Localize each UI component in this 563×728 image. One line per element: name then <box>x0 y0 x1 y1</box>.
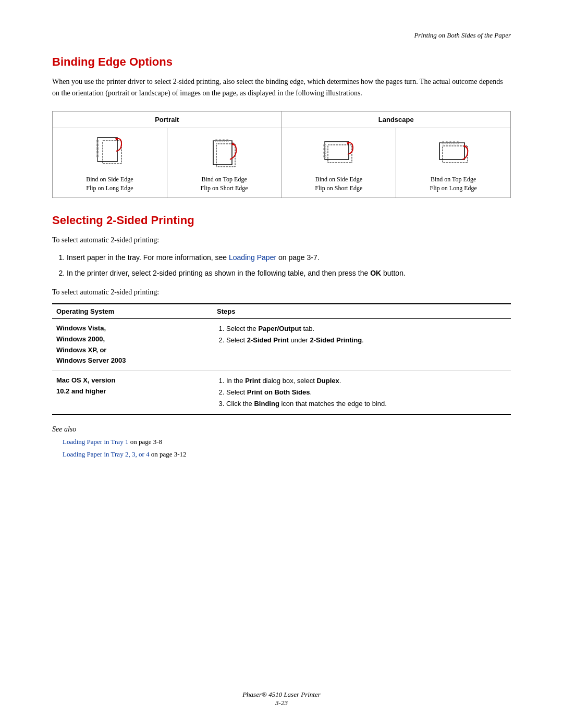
see-also-section: See also Loading Paper in Tray 1 on page… <box>52 425 511 460</box>
step1-suffix: on page 3-7. <box>276 253 320 262</box>
see-also-link1: Loading Paper in Tray 1 on page 3-8 <box>63 436 511 448</box>
svg-rect-7 <box>103 141 121 164</box>
footer-line2: 3-23 <box>275 699 288 707</box>
binding-cell-portrait-top: Bind on Top Edge Flip on Short Edge <box>167 128 282 198</box>
link1-suffix: on page 3-8 <box>128 438 162 446</box>
binding-label-landscape-top: Bind on Top Edge Flip on Long Edge <box>400 175 506 193</box>
binding-cell-portrait-side: Bind on Side Edge Flip on Long Edge <box>53 128 167 198</box>
step2-suffix: button. <box>381 269 406 277</box>
svg-rect-0 <box>97 138 117 162</box>
section2-outro: To select automatic 2-sided printing: <box>52 287 511 298</box>
col-os-header: Operating System <box>52 304 213 319</box>
svg-rect-25 <box>439 143 464 159</box>
win-step2: Select 2-Sided Print under 2-Sided Print… <box>226 335 507 346</box>
header-text: Printing on Both Sides of the Paper <box>414 31 511 39</box>
binding-label-landscape-side: Bind on Side Edge Flip on Short Edge <box>286 175 392 193</box>
step1-item: Insert paper in the tray. For more infor… <box>67 252 511 263</box>
portrait-header: Portrait <box>53 111 282 128</box>
win-step1: Select the Paper/Output tab. <box>226 323 507 335</box>
binding-icon-landscape-top <box>435 133 472 172</box>
os-table-header-row: Operating System Steps <box>52 304 511 319</box>
link-tray1[interactable]: Loading Paper in Tray 1 <box>63 438 128 446</box>
landscape-header: Landscape <box>282 111 511 128</box>
step2-ok: OK <box>370 269 381 277</box>
binding-cell-landscape-side: Bind on Side Edge Flip on Short Edge <box>282 128 396 198</box>
section2-title: Selecting 2-Sided Printing <box>52 214 511 227</box>
svg-rect-17 <box>325 142 349 159</box>
mac-step3: Click the Binding icon that matches the … <box>226 398 507 410</box>
svg-rect-32 <box>443 146 468 163</box>
os-mac-steps: In the Print dialog box, select Duplex. … <box>213 371 511 415</box>
section1-title: Binding Edge Options <box>52 55 511 69</box>
binding-options-table: Portrait Landscape <box>52 111 511 199</box>
link-tray2[interactable]: Loading Paper in Tray 2, 3, or 4 <box>63 450 149 458</box>
binding-label-portrait-side: Bind on Side Edge Flip on Long Edge <box>57 175 163 193</box>
mac-step1: In the Print dialog box, select Duplex. <box>226 375 507 387</box>
see-also-link2: Loading Paper in Tray 2, 3, or 4 on page… <box>63 448 511 460</box>
svg-rect-9 <box>213 141 232 165</box>
os-windows-steps: Select the Paper/Output tab. Select 2-Si… <box>213 318 511 371</box>
mac-step2: Select Print on Both Sides. <box>226 387 507 398</box>
footer-line1: Phaser® 4510 Laser Printer <box>242 690 321 698</box>
os-row-windows: Windows Vista,Windows 2000,Windows XP, o… <box>52 318 511 371</box>
section1-intro: When you use the printer driver to selec… <box>52 76 511 100</box>
binding-icon-landscape-side <box>321 133 357 172</box>
page-header: Printing on Both Sides of the Paper <box>52 31 511 40</box>
link2-suffix: on page 3-12 <box>149 450 186 458</box>
binding-label-portrait-top: Bind on Top Edge Flip on Short Edge <box>172 175 277 193</box>
see-also-links: Loading Paper in Tray 1 on page 3-8 Load… <box>63 436 511 460</box>
col-steps-header: Steps <box>213 304 511 319</box>
page-footer: Phaser® 4510 Laser Printer 3-23 <box>52 690 511 707</box>
binding-icon-portrait-top <box>206 133 242 172</box>
see-also-label: See also <box>52 425 511 434</box>
os-windows-name: Windows Vista,Windows 2000,Windows XP, o… <box>52 318 213 371</box>
binding-cell-landscape-top: Bind on Top Edge Flip on Long Edge <box>396 128 511 198</box>
os-row-mac: Mac OS X, version10.2 and higher In the … <box>52 371 511 415</box>
step2-item: In the printer driver, select 2-sided pr… <box>67 267 511 279</box>
steps-list: Insert paper in the tray. For more infor… <box>67 252 511 279</box>
step1-text: Insert paper in the tray. For more infor… <box>67 253 229 262</box>
binding-icon-portrait-side <box>91 133 128 172</box>
os-mac-name: Mac OS X, version10.2 and higher <box>52 371 213 415</box>
os-steps-table: Operating System Steps Windows Vista,Win… <box>52 303 511 415</box>
step2-prefix: In the printer driver, select 2-sided pr… <box>67 269 370 277</box>
section2-intro: To select automatic 2-sided printing: <box>52 235 511 246</box>
step1-link[interactable]: Loading Paper <box>229 253 276 262</box>
